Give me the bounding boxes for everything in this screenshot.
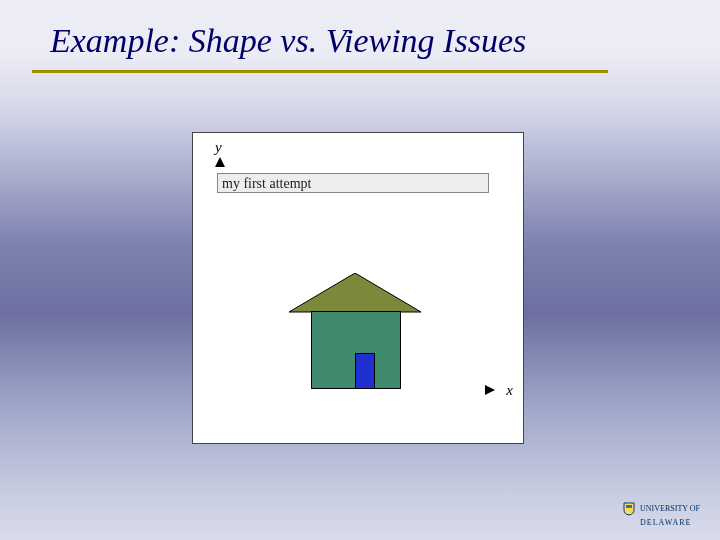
logo-line2: DELAWARE <box>640 518 691 527</box>
x-axis-arrow-icon <box>485 385 495 395</box>
logo-line1: UNIVERSITY OF <box>640 504 700 513</box>
title-underline <box>32 70 608 73</box>
figure-caption: my first attempt <box>217 173 489 193</box>
figure-panel: y my first attempt x <box>192 132 524 444</box>
slide-title: Example: Shape vs. Viewing Issues <box>50 22 526 60</box>
svg-marker-0 <box>289 273 421 312</box>
university-logo: UNIVERSITY OF DELAWARE <box>623 502 700 530</box>
house-door <box>355 353 375 389</box>
svg-rect-1 <box>626 505 632 508</box>
house-roof <box>289 273 421 313</box>
slide: Example: Shape vs. Viewing Issues y my f… <box>0 0 720 540</box>
x-axis-label: x <box>506 382 513 399</box>
y-axis-label: y <box>215 139 222 156</box>
shield-icon <box>623 502 635 516</box>
y-axis-arrow-icon <box>215 157 225 167</box>
